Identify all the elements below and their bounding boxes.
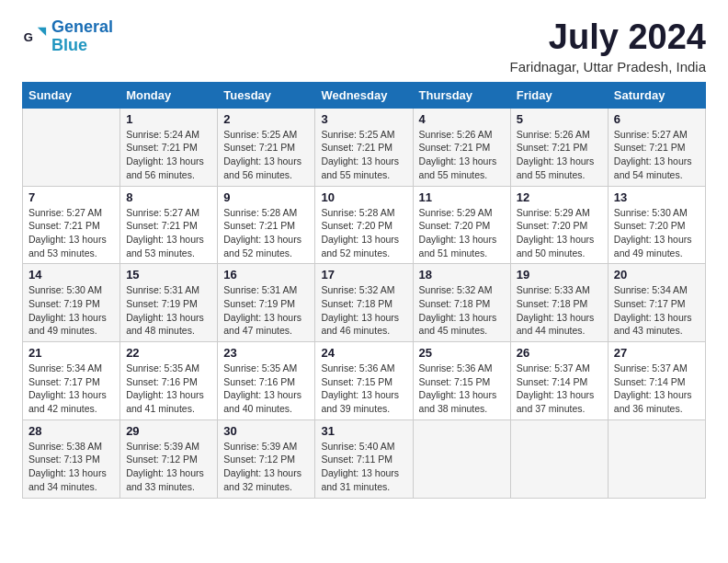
day-info: Sunrise: 5:34 AM Sunset: 7:17 PM Dayligh…	[28, 362, 114, 416]
calendar-cell: 20Sunrise: 5:34 AM Sunset: 7:17 PM Dayli…	[608, 264, 705, 342]
calendar-cell: 29Sunrise: 5:39 AM Sunset: 7:12 PM Dayli…	[120, 419, 218, 498]
calendar-cell: 5Sunrise: 5:26 AM Sunset: 7:21 PM Daylig…	[510, 108, 608, 186]
day-number: 12	[517, 190, 602, 204]
day-number: 25	[419, 346, 505, 360]
logo-text: General Blue	[51, 18, 113, 55]
calendar-week: 1Sunrise: 5:24 AM Sunset: 7:21 PM Daylig…	[23, 108, 706, 186]
day-info: Sunrise: 5:37 AM Sunset: 7:14 PM Dayligh…	[614, 362, 700, 416]
day-info: Sunrise: 5:33 AM Sunset: 7:18 PM Dayligh…	[517, 283, 602, 338]
logo-icon: G	[22, 24, 48, 50]
day-number: 22	[126, 346, 211, 360]
header-day: Thursday	[413, 82, 510, 108]
day-number: 10	[321, 190, 406, 204]
day-number: 23	[223, 346, 309, 360]
day-info: Sunrise: 5:27 AM Sunset: 7:21 PM Dayligh…	[28, 206, 114, 260]
day-number: 20	[614, 268, 700, 282]
calendar-cell: 11Sunrise: 5:29 AM Sunset: 7:20 PM Dayli…	[413, 186, 510, 264]
day-number: 16	[223, 268, 309, 282]
day-info: Sunrise: 5:31 AM Sunset: 7:19 PM Dayligh…	[126, 283, 211, 338]
day-info: Sunrise: 5:25 AM Sunset: 7:21 PM Dayligh…	[321, 128, 406, 182]
calendar-cell: 15Sunrise: 5:31 AM Sunset: 7:19 PM Dayli…	[120, 264, 218, 342]
calendar-cell: 13Sunrise: 5:30 AM Sunset: 7:20 PM Dayli…	[608, 186, 705, 264]
calendar-cell: 24Sunrise: 5:36 AM Sunset: 7:15 PM Dayli…	[315, 342, 413, 420]
calendar-cell: 25Sunrise: 5:36 AM Sunset: 7:15 PM Dayli…	[413, 342, 510, 420]
calendar-cell: 12Sunrise: 5:29 AM Sunset: 7:20 PM Dayli…	[510, 186, 608, 264]
day-number: 3	[321, 112, 406, 126]
day-number: 8	[126, 190, 211, 204]
day-number: 13	[614, 190, 700, 204]
day-number: 30	[223, 424, 309, 438]
day-info: Sunrise: 5:28 AM Sunset: 7:20 PM Dayligh…	[321, 206, 406, 260]
calendar-cell	[413, 419, 510, 498]
logo: G General Blue	[22, 18, 113, 55]
day-number: 2	[223, 112, 309, 126]
calendar-cell: 28Sunrise: 5:38 AM Sunset: 7:13 PM Dayli…	[23, 419, 120, 498]
day-info: Sunrise: 5:30 AM Sunset: 7:19 PM Dayligh…	[28, 283, 114, 338]
day-info: Sunrise: 5:27 AM Sunset: 7:21 PM Dayligh…	[126, 206, 211, 260]
day-info: Sunrise: 5:30 AM Sunset: 7:20 PM Dayligh…	[614, 206, 700, 260]
calendar-cell: 30Sunrise: 5:39 AM Sunset: 7:12 PM Dayli…	[218, 419, 315, 498]
calendar-cell	[608, 419, 705, 498]
day-number: 4	[419, 112, 505, 126]
calendar-cell: 3Sunrise: 5:25 AM Sunset: 7:21 PM Daylig…	[315, 108, 413, 186]
calendar-week: 7Sunrise: 5:27 AM Sunset: 7:21 PM Daylig…	[23, 186, 706, 264]
page-header: G General Blue July 2024 Faridnagar, Utt…	[22, 18, 706, 75]
calendar-cell: 16Sunrise: 5:31 AM Sunset: 7:19 PM Dayli…	[218, 264, 315, 342]
calendar-cell: 22Sunrise: 5:35 AM Sunset: 7:16 PM Dayli…	[120, 342, 218, 420]
day-info: Sunrise: 5:28 AM Sunset: 7:21 PM Dayligh…	[223, 206, 309, 260]
day-info: Sunrise: 5:35 AM Sunset: 7:16 PM Dayligh…	[223, 362, 309, 416]
day-info: Sunrise: 5:26 AM Sunset: 7:21 PM Dayligh…	[419, 128, 505, 182]
day-info: Sunrise: 5:36 AM Sunset: 7:15 PM Dayligh…	[419, 362, 505, 416]
day-info: Sunrise: 5:36 AM Sunset: 7:15 PM Dayligh…	[321, 362, 406, 416]
day-info: Sunrise: 5:37 AM Sunset: 7:14 PM Dayligh…	[517, 362, 602, 416]
day-number: 15	[126, 268, 211, 282]
calendar-cell: 4Sunrise: 5:26 AM Sunset: 7:21 PM Daylig…	[413, 108, 510, 186]
header-row: SundayMondayTuesdayWednesdayThursdayFrid…	[23, 82, 706, 108]
logo-line2: Blue	[51, 36, 87, 54]
calendar-cell: 2Sunrise: 5:25 AM Sunset: 7:21 PM Daylig…	[218, 108, 315, 186]
header-day: Wednesday	[315, 82, 413, 108]
header-day: Monday	[120, 82, 218, 108]
header-day: Tuesday	[218, 82, 315, 108]
calendar-cell: 26Sunrise: 5:37 AM Sunset: 7:14 PM Dayli…	[510, 342, 608, 420]
calendar-cell: 18Sunrise: 5:32 AM Sunset: 7:18 PM Dayli…	[413, 264, 510, 342]
day-number: 29	[126, 424, 211, 438]
calendar-cell: 27Sunrise: 5:37 AM Sunset: 7:14 PM Dayli…	[608, 342, 705, 420]
calendar-cell: 21Sunrise: 5:34 AM Sunset: 7:17 PM Dayli…	[23, 342, 120, 420]
day-info: Sunrise: 5:31 AM Sunset: 7:19 PM Dayligh…	[223, 283, 309, 338]
svg-text:G: G	[24, 29, 33, 43]
day-info: Sunrise: 5:38 AM Sunset: 7:13 PM Dayligh…	[28, 440, 114, 494]
calendar-cell: 23Sunrise: 5:35 AM Sunset: 7:16 PM Dayli…	[218, 342, 315, 420]
calendar-cell: 14Sunrise: 5:30 AM Sunset: 7:19 PM Dayli…	[23, 264, 120, 342]
calendar-cell: 1Sunrise: 5:24 AM Sunset: 7:21 PM Daylig…	[120, 108, 218, 186]
calendar-cell: 17Sunrise: 5:32 AM Sunset: 7:18 PM Dayli…	[315, 264, 413, 342]
month-year: July 2024	[510, 18, 706, 57]
day-info: Sunrise: 5:40 AM Sunset: 7:11 PM Dayligh…	[321, 440, 406, 494]
day-number: 17	[321, 268, 406, 282]
day-number: 7	[28, 190, 114, 204]
day-info: Sunrise: 5:32 AM Sunset: 7:18 PM Dayligh…	[321, 283, 406, 338]
day-info: Sunrise: 5:35 AM Sunset: 7:16 PM Dayligh…	[126, 362, 211, 416]
location: Faridnagar, Uttar Pradesh, India	[510, 59, 706, 75]
day-number: 28	[28, 424, 114, 438]
day-info: Sunrise: 5:29 AM Sunset: 7:20 PM Dayligh…	[517, 206, 602, 260]
day-info: Sunrise: 5:32 AM Sunset: 7:18 PM Dayligh…	[419, 283, 505, 338]
calendar-week: 28Sunrise: 5:38 AM Sunset: 7:13 PM Dayli…	[23, 419, 706, 498]
svg-marker-1	[38, 28, 46, 36]
logo-line1: General	[51, 17, 113, 36]
calendar-cell	[510, 419, 608, 498]
calendar-week: 14Sunrise: 5:30 AM Sunset: 7:19 PM Dayli…	[23, 264, 706, 342]
calendar-week: 21Sunrise: 5:34 AM Sunset: 7:17 PM Dayli…	[23, 342, 706, 420]
calendar-cell: 8Sunrise: 5:27 AM Sunset: 7:21 PM Daylig…	[120, 186, 218, 264]
day-number: 26	[517, 346, 602, 360]
day-number: 27	[614, 346, 700, 360]
calendar-cell: 6Sunrise: 5:27 AM Sunset: 7:21 PM Daylig…	[608, 108, 705, 186]
day-number: 9	[223, 190, 309, 204]
day-info: Sunrise: 5:29 AM Sunset: 7:20 PM Dayligh…	[419, 206, 505, 260]
day-number: 6	[614, 112, 700, 126]
day-info: Sunrise: 5:39 AM Sunset: 7:12 PM Dayligh…	[126, 440, 211, 494]
day-number: 5	[517, 112, 602, 126]
day-number: 1	[126, 112, 211, 126]
day-info: Sunrise: 5:25 AM Sunset: 7:21 PM Dayligh…	[223, 128, 309, 182]
calendar-cell: 7Sunrise: 5:27 AM Sunset: 7:21 PM Daylig…	[23, 186, 120, 264]
